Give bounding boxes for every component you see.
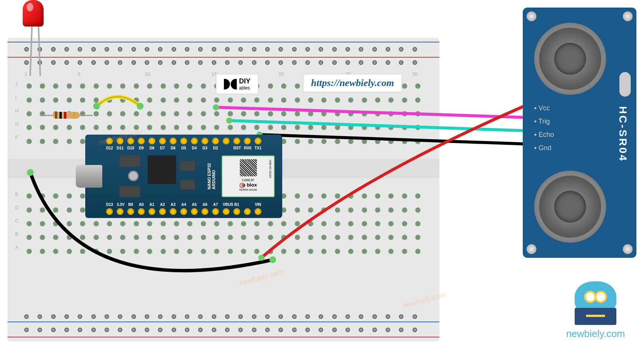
row-label: H [15,108,19,114]
row-label: C [15,218,19,224]
power-rail-top-pos [8,57,439,58]
pin-labels-bottom: D133.3VB0A0A1A2A3A4A5A6A7VBUSB1VIN [106,202,261,207]
module-code: C06E3F [242,178,254,182]
col-num: 1 [25,71,27,77]
diyables-text-1: DIY [239,77,250,85]
arduino-brand-text: ARDUINO NANO ESP32 [207,163,216,190]
url-banner: https://newbiely.com [303,74,402,92]
sensor-pin-trig: ▪ Trig [534,118,550,126]
led-red [23,0,44,27]
col-num: 30 [412,71,417,77]
pin-labels-top: D12D11D10D9D8D7D6D5D4D3D2RSTRX0TX1 [106,146,261,150]
smd-component [180,180,195,190]
row-label: G [15,121,19,127]
main-chip [148,155,176,184]
pin-header-top [106,138,261,144]
resistor-lead [80,115,93,116]
power-rail-top-neg [8,42,439,42]
row-label: J [15,82,18,87]
resistor-lead [40,115,53,116]
module-batch: 008-00 22/15 [269,160,272,178]
qr-code-icon [240,159,257,176]
resistor-band-2 [59,112,62,119]
sensor-slot [619,72,631,97]
smd-component [119,186,140,197]
resistor-band-1 [55,112,57,119]
col-num: 5 [78,71,80,77]
sensor-pin-gnd: ▪ Gnd [534,144,551,152]
newbiely-text: newbiely.com [566,328,625,340]
row-label: E [15,191,19,197]
sensor-pin-echo: ▪ Echo [534,131,554,139]
smd-component [180,161,195,171]
usb-c-port [76,165,102,188]
rail-holes-bot-2 [23,326,424,334]
rail-holes-top-2 [23,59,424,66]
module-part: NORA-W106 [239,188,257,191]
row-label: A [15,245,19,250]
owl-icon [571,279,620,325]
row-label: D [15,205,19,210]
ultrasonic-transmitter [534,23,606,95]
newbiely-logo: newbiely.com [566,279,625,340]
rail-holes-top-1 [23,45,424,53]
led-body [23,0,44,27]
sensor-model-text: HC-SR04 [617,106,629,162]
power-rail-bot-neg [8,322,439,322]
col-num: 10 [145,71,150,77]
sensor-pin-vcc: ▪ Vcc [534,104,550,112]
screw-hole [623,244,633,254]
reset-button [128,171,139,181]
diyables-text-2: ables [239,85,250,91]
screw-hole [527,11,536,21]
pin-header-bottom [106,208,261,215]
row-label: B [15,231,19,237]
row-label: F [15,135,18,140]
screw-hole [623,11,633,21]
ublox-module: 008-00 22/15 C06E3F uu blox NORA-W106 [222,155,275,197]
ublox-logo: uu blox [239,182,257,188]
screw-hole [527,244,536,254]
resistor [40,112,93,119]
diyables-banner: DIY ables [216,74,258,94]
resistor-band-3 [64,112,66,119]
ultrasonic-receiver [534,171,606,243]
diyables-logo-icon [224,79,237,89]
rail-holes-bot-1 [23,313,424,320]
power-rail-bot-pos [8,337,439,337]
resistor-band-4 [73,112,75,119]
arduino-nano-esp32: D12D11D10D9D8D7D6D5D4D3D2RSTRX0TX1 D133.… [85,135,282,218]
smd-component [119,155,140,167]
hc-sr04-sensor: HC-SR04 ▪ Vcc ▪ Trig ▪ Echo ▪ Gnd [523,8,636,258]
col-num: 20 [278,71,284,77]
row-label: I [15,95,17,100]
